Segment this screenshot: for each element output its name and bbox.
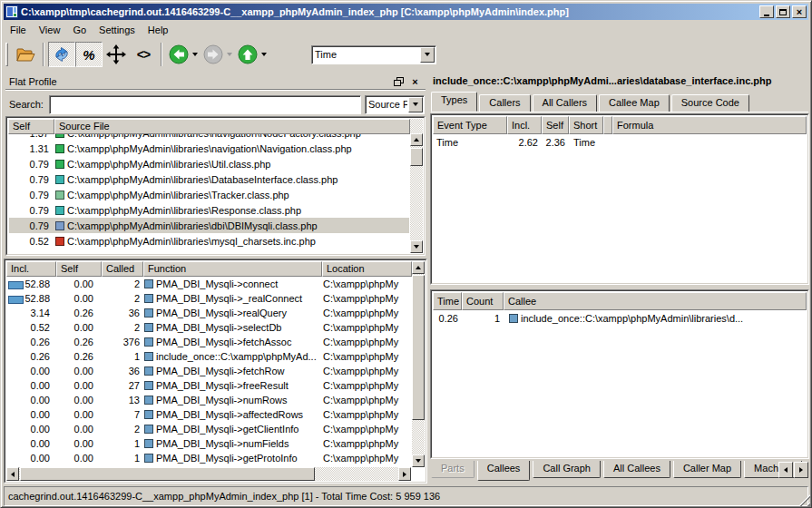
tab-source-code[interactable]: Source Code (671, 94, 749, 112)
tab-callees[interactable]: Callees (477, 461, 531, 481)
column-header-location[interactable]: Location (322, 261, 412, 277)
move-arrows-icon (106, 44, 126, 64)
table-row[interactable]: 52.88 0.00 2 PMA_DBI_Mysqli->connect C:\… (6, 277, 412, 291)
reload-button[interactable] (48, 42, 75, 67)
table-body: Time 2.62 2.36 Time (433, 134, 807, 282)
expand-collapse-button[interactable]: <> (130, 42, 157, 67)
column-header-incl[interactable]: Incl. (507, 116, 542, 134)
toolbar-grip[interactable] (5, 43, 8, 66)
self-value: 0.00 (55, 424, 101, 435)
table-row[interactable]: Time 2.62 2.36 Time (433, 134, 807, 150)
column-header-time[interactable]: Time (433, 292, 462, 310)
group-by-select[interactable]: Source File (365, 95, 425, 114)
table-row[interactable]: 0.00 0.00 13 PMA_DBI_Mysqli->numRows C:\… (6, 393, 412, 407)
scrollbar-thumb[interactable] (20, 467, 315, 481)
table-row[interactable]: 1.31 C:\xampp\phpMyAdmin\libraries\navig… (9, 141, 409, 156)
back-dropdown-icon[interactable] (192, 53, 198, 56)
table-row[interactable]: 0.79 C:\xampp\phpMyAdmin\libraries\dbi\D… (9, 218, 409, 233)
table-row[interactable]: 0.79 C:\xampp\phpMyAdmin\libraries\Respo… (9, 202, 409, 218)
location-label: C:\xampp\phpMy (321, 438, 412, 449)
table-row[interactable]: 0.00 0.00 1 PMA_DBI_Mysqli->numFields C:… (6, 436, 412, 451)
minimize-button[interactable] (759, 5, 774, 18)
titlebar[interactable]: C:\xampp\tmp\cachegrind.out.1416463299-C… (4, 4, 808, 20)
scroll-up-button[interactable] (410, 133, 423, 146)
cost-square-icon (55, 134, 64, 138)
menu-go[interactable]: Go (67, 23, 92, 37)
column-header-source-file[interactable]: Source File (54, 119, 410, 134)
table-row[interactable]: 0.26 0.26 376 PMA_DBI_Mysqli->fetchAssoc… (6, 335, 412, 349)
scroll-down-button[interactable] (412, 454, 425, 467)
table-row[interactable]: 3.14 0.26 36 PMA_DBI_Mysqli->realQuery C… (6, 306, 412, 320)
tab-call-graph[interactable]: Call Graph (533, 461, 601, 478)
tab-caller-map[interactable]: Caller Map (673, 461, 741, 478)
menu-help[interactable]: Help (142, 23, 174, 37)
table-row[interactable]: 0.52 C:\xampp\phpMyAdmin\libraries\user_… (9, 249, 409, 252)
table-row[interactable]: 0.00 0.00 27 PMA_DBI_Mysqli->freeResult … (6, 378, 412, 393)
scroll-right-button[interactable] (398, 467, 411, 481)
search-input[interactable] (49, 95, 361, 114)
up-button[interactable] (235, 42, 269, 67)
table-row[interactable]: 0.00 0.00 36 PMA_DBI_Mysqli->fetchRow C:… (6, 364, 412, 378)
dock-titlebar[interactable]: Flat Profile × (5, 73, 426, 90)
table-row[interactable]: 0.26 0.26 1 include_once::C:\xampp\phpMy… (6, 349, 412, 364)
scroll-down-button[interactable] (410, 240, 423, 253)
table-row[interactable]: 0.00 0.00 1 PMA_DBI_Mysqli->getProtoInfo… (6, 451, 412, 465)
table-row[interactable]: 0.52 C:\xampp\phpMyAdmin\libraries\mysql… (9, 233, 409, 249)
table-row[interactable]: 0.79 C:\xampp\phpMyAdmin\libraries\Util.… (9, 156, 409, 171)
triangle-up-icon (414, 138, 419, 142)
table-row[interactable]: 0.79 C:\xampp\phpMyAdmin\libraries\Datab… (9, 171, 409, 187)
menu-file[interactable]: File (5, 23, 32, 37)
column-header-callee[interactable]: Callee (504, 292, 807, 310)
column-header-event-type[interactable]: Event Type (433, 116, 507, 134)
scroll-left-button[interactable] (6, 467, 19, 481)
column-header-self[interactable]: Self (56, 261, 102, 277)
table-row[interactable]: 0.52 0.00 2 PMA_DBI_Mysqli->selectDb C:\… (6, 320, 412, 335)
combo-dropdown-button[interactable] (420, 47, 435, 63)
relative-percent-button[interactable]: % (75, 42, 103, 67)
dock-arrange-button[interactable] (103, 42, 130, 67)
table-row[interactable]: 0.00 0.00 2 PMA_DBI_Mysqli->getClientInf… (6, 422, 412, 436)
tab-callee-map[interactable]: Callee Map (599, 94, 670, 112)
column-header-formula[interactable]: Formula (612, 116, 807, 134)
menu-settings[interactable]: Settings (93, 23, 141, 37)
close-button[interactable]: × (792, 5, 807, 18)
self-value: 0.26 (55, 308, 101, 318)
column-header-self[interactable]: Self (8, 119, 54, 134)
combo-dropdown-button[interactable] (408, 97, 423, 112)
maximize-button[interactable] (776, 5, 790, 18)
table-row[interactable]: 0.79 C:\xampp\phpMyAdmin\libraries\Track… (9, 187, 409, 202)
self-value: 0.00 (55, 366, 101, 376)
column-header-incl[interactable]: Incl. (6, 261, 56, 277)
dock-close-button[interactable]: × (408, 75, 422, 88)
tab-scroll-left-button[interactable] (778, 462, 793, 478)
open-file-button[interactable] (12, 42, 39, 67)
self-value: 0.00 (55, 293, 101, 304)
scrollbar-thumb[interactable] (410, 148, 423, 166)
tab-types[interactable]: Types (431, 92, 477, 112)
tab-scroll-right-button[interactable] (794, 462, 808, 478)
up-dropdown-icon[interactable] (261, 53, 267, 56)
table-row[interactable]: 0.00 0.00 7 PMA_DBI_Mysqli->affectedRows… (6, 407, 412, 422)
table-row[interactable]: 1.37 C:\xampp\phpMyAdmin\libraries\navig… (9, 134, 409, 141)
scroll-up-button[interactable] (412, 261, 425, 274)
tab-all-callees[interactable]: All Callees (603, 461, 670, 478)
column-header-short[interactable]: Short (569, 116, 603, 134)
table-row[interactable]: 52.88 0.00 2 PMA_DBI_Mysqli->_realConnec… (6, 291, 412, 306)
menu-view[interactable]: View (34, 23, 66, 37)
function-label: PMA_DBI_Mysqli->getClientInfo (156, 424, 298, 435)
function-label: PMA_DBI_Mysqli->fetchAssoc (156, 337, 291, 347)
back-button[interactable] (166, 42, 201, 67)
tab-all-callers[interactable]: All Callers (533, 94, 598, 112)
location-label: C:\xampp\phpMy (321, 409, 412, 420)
tab-callers[interactable]: Callers (479, 94, 530, 112)
table-row[interactable]: 0.26 1 include_once::C:\xampp\phpMyAdmin… (433, 310, 807, 326)
detail-tabbar: Types Callers All Callers Callee Map Sou… (431, 92, 808, 112)
triangle-down-icon (416, 459, 421, 463)
column-header-function[interactable]: Function (143, 261, 322, 277)
scrollbar-thumb[interactable] (412, 275, 425, 420)
event-type-select[interactable]: Time (311, 45, 436, 64)
column-header-count[interactable]: Count (462, 292, 504, 310)
column-header-self[interactable]: Self (542, 116, 569, 134)
column-header-called[interactable]: Called (102, 261, 143, 277)
dock-float-button[interactable] (392, 75, 406, 88)
